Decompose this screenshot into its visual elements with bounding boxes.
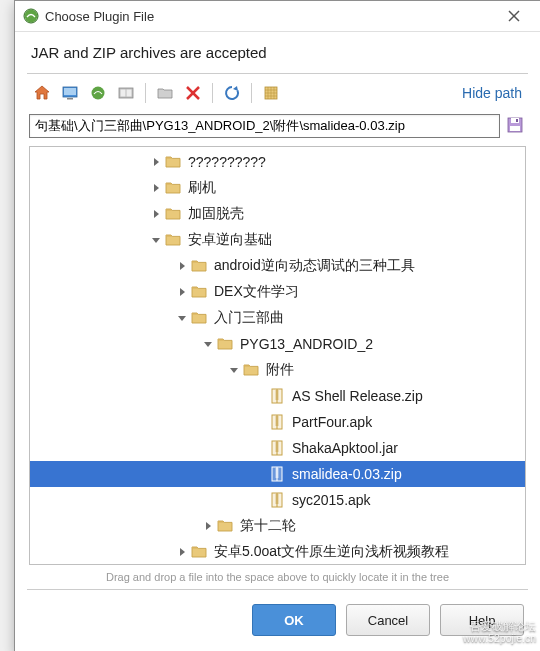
tree-row[interactable]: AS Shell Release.zip [30, 383, 525, 409]
close-icon [508, 10, 520, 22]
archive-icon [268, 387, 286, 405]
folder-icon [190, 257, 208, 275]
tree-item-label: 加固脱壳 [186, 205, 244, 223]
window-title: Choose Plugin File [45, 9, 492, 24]
tree-row[interactable]: 附件 [30, 357, 525, 383]
save-icon [506, 116, 524, 134]
tree-item-label: 第十二轮 [238, 517, 296, 535]
chevron-down-icon[interactable] [174, 313, 190, 323]
chevron-right-icon[interactable] [174, 261, 190, 271]
tree-item-label: ?????????? [186, 154, 266, 170]
folder-icon [216, 335, 234, 353]
folder-icon [216, 517, 234, 535]
chevron-down-icon[interactable] [226, 365, 242, 375]
svg-rect-9 [121, 90, 126, 97]
button-bar: OK Cancel Help [15, 590, 540, 651]
tree-item-label: 安卓5.0oat文件原生逆向浅析视频教程 [212, 543, 449, 561]
chevron-down-icon[interactable] [148, 235, 164, 245]
show-hidden-button[interactable] [258, 80, 284, 106]
window-close-button[interactable] [492, 2, 536, 30]
tree-row[interactable]: PYG13_ANDROID_2 [30, 331, 525, 357]
project-button[interactable] [85, 80, 111, 106]
tree-row[interactable]: 加固脱壳 [30, 201, 525, 227]
tree-row[interactable]: 第十二轮 [30, 513, 525, 539]
hide-path-link[interactable]: Hide path [462, 85, 526, 101]
archive-icon [268, 465, 286, 483]
chevron-right-icon[interactable] [174, 547, 190, 557]
tree-row[interactable]: 入门三部曲 [30, 305, 525, 331]
svg-rect-10 [127, 90, 132, 97]
archive-icon [268, 491, 286, 509]
tree-row[interactable]: ShakaApktool.jar [30, 435, 525, 461]
chevron-right-icon[interactable] [148, 209, 164, 219]
svg-rect-22 [516, 119, 518, 122]
folder-icon [190, 309, 208, 327]
tree-row[interactable]: PartFour.apk [30, 409, 525, 435]
new-folder-icon [156, 84, 174, 102]
toolbar-separator [212, 83, 213, 103]
new-folder-button[interactable] [152, 80, 178, 106]
tree-item-label: syc2015.apk [290, 492, 371, 508]
drag-hint: Drag and drop a file into the space abov… [15, 565, 540, 587]
tree-row[interactable]: 安卓5.0oat文件原生逆向浅析视频教程 [30, 539, 525, 565]
svg-point-0 [25, 10, 38, 23]
path-row [15, 112, 540, 146]
tree-item-label: DEX文件学习 [212, 283, 299, 301]
tree-item-label: 刷机 [186, 179, 216, 197]
tree-row[interactable]: syc2015.apk [30, 487, 525, 513]
chevron-right-icon[interactable] [200, 521, 216, 531]
svg-point-7 [92, 87, 105, 100]
tree-row[interactable]: DEX文件学习 [30, 279, 525, 305]
tree-item-label: PartFour.apk [290, 414, 372, 430]
folder-icon [190, 283, 208, 301]
tree-row[interactable]: 刷机 [30, 175, 525, 201]
ok-button[interactable]: OK [252, 604, 336, 636]
desktop-icon [61, 84, 79, 102]
chevron-right-icon[interactable] [174, 287, 190, 297]
folder-icon [164, 179, 182, 197]
file-tree[interactable]: ??????????刷机加固脱壳安卓逆向基础android逆向动态调试的三种工具… [29, 146, 526, 565]
toolbar: Hide path [15, 74, 540, 112]
tree-item-label: AS Shell Release.zip [290, 388, 423, 404]
svg-rect-23 [510, 126, 520, 131]
file-chooser-dialog: Choose Plugin File JAR and ZIP archives … [14, 0, 540, 651]
archive-icon [268, 413, 286, 431]
home-icon [33, 84, 51, 102]
module-icon [117, 84, 135, 102]
cancel-button[interactable]: Cancel [346, 604, 430, 636]
folder-icon [190, 543, 208, 561]
tree-item-label: ShakaApktool.jar [290, 440, 398, 456]
toolbar-separator [145, 83, 146, 103]
tree-item-label: android逆向动态调试的三种工具 [212, 257, 415, 275]
chevron-right-icon[interactable] [148, 183, 164, 193]
delete-icon [185, 85, 201, 101]
tree-row[interactable]: android逆向动态调试的三种工具 [30, 253, 525, 279]
tree-row[interactable]: 安卓逆向基础 [30, 227, 525, 253]
tree-item-label: 附件 [264, 361, 294, 379]
refresh-icon [223, 84, 241, 102]
archive-icon [268, 439, 286, 457]
toolbar-separator [251, 83, 252, 103]
history-button[interactable] [506, 116, 526, 136]
chevron-right-icon[interactable] [148, 157, 164, 167]
module-button[interactable] [113, 80, 139, 106]
tree-item-label: 入门三部曲 [212, 309, 284, 327]
help-button[interactable]: Help [440, 604, 524, 636]
tree-row[interactable]: ?????????? [30, 149, 525, 175]
refresh-button[interactable] [219, 80, 245, 106]
tree-item-label: 安卓逆向基础 [186, 231, 272, 249]
folder-icon [242, 361, 260, 379]
app-icon [23, 8, 39, 24]
path-input[interactable] [29, 114, 500, 138]
project-icon [89, 84, 107, 102]
titlebar: Choose Plugin File [15, 1, 540, 32]
tree-item-label: PYG13_ANDROID_2 [238, 336, 373, 352]
svg-rect-5 [64, 88, 76, 95]
folder-icon [164, 153, 182, 171]
desktop-button[interactable] [57, 80, 83, 106]
delete-button[interactable] [180, 80, 206, 106]
tree-row[interactable]: smalidea-0.03.zip [30, 461, 525, 487]
folder-icon [164, 231, 182, 249]
home-button[interactable] [29, 80, 55, 106]
chevron-down-icon[interactable] [200, 339, 216, 349]
